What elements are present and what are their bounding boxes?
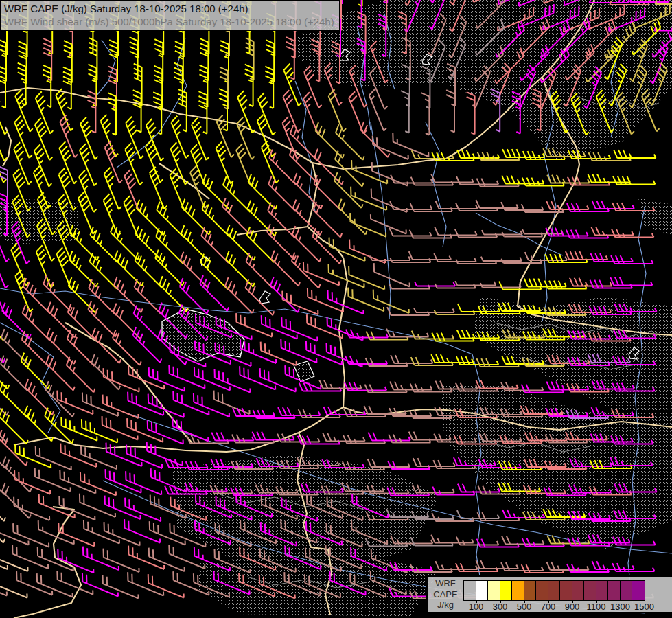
weather-map-stage: WRF CAPE (J/kg) Saturday 18-10-2025 18:0… <box>0 0 672 618</box>
legend-label-wrf: WRF <box>429 578 462 589</box>
legend-cell-2 <box>488 581 500 600</box>
legend-tick-label: 1500 <box>634 602 654 612</box>
legend-tick-label: 1100 <box>587 602 606 612</box>
legend-cell-10 <box>584 581 596 600</box>
legend-cell-4 <box>512 581 524 600</box>
legend-cell-13 <box>621 581 633 600</box>
legend-tick-label: 1300 <box>610 602 630 612</box>
legend-cell-1 <box>476 581 489 600</box>
legend-cell-7 <box>548 581 561 600</box>
legend-cell-11 <box>596 581 609 600</box>
legend-cell-8 <box>560 581 572 600</box>
cape-legend: WRF CAPE J/kg 10030050070090011001300150… <box>426 575 672 613</box>
legend-tick-label: 100 <box>469 602 484 612</box>
legend-cell-6 <box>536 581 548 600</box>
legend-tick-label: 300 <box>493 602 508 612</box>
title-overlay: WRF CAPE (J/kg) Saturday 18-10-2025 18:0… <box>0 0 340 31</box>
legend-cell-3 <box>500 581 513 600</box>
title-line-shear: WRF Wind shear (m/s) 500/1000hPa Saturda… <box>4 15 334 28</box>
legend-cell-0 <box>464 581 476 600</box>
title-line-cape: WRF CAPE (J/kg) Saturday 18-10-2025 18:0… <box>4 2 334 15</box>
legend-cell-12 <box>608 581 621 600</box>
legend-color-bar <box>463 580 645 601</box>
legend-label-column: WRF CAPE J/kg <box>429 578 462 610</box>
legend-label-unit: J/kg <box>429 599 462 610</box>
legend-tick-label: 900 <box>565 602 580 612</box>
legend-label-cape: CAPE <box>429 589 462 600</box>
legend-tick-label: 700 <box>541 602 556 612</box>
legend-cell-5 <box>524 581 537 600</box>
legend-tick-label: 500 <box>517 602 532 612</box>
wind-shear-map <box>0 0 672 618</box>
legend-cell-9 <box>572 581 585 600</box>
legend-cell-14 <box>632 581 645 600</box>
